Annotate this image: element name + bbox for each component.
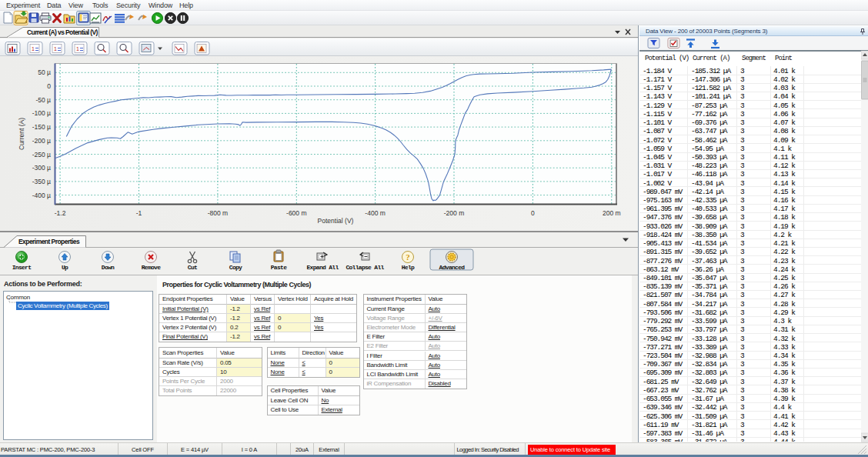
svg-text:200 m: 200 m xyxy=(603,209,621,217)
svg-text:-400 m: -400 m xyxy=(365,209,385,217)
svg-text:-400 µ: -400 µ xyxy=(32,192,51,199)
svg-text:-350 µ: -350 µ xyxy=(32,178,51,185)
svg-text:-250 µ: -250 µ xyxy=(32,151,51,158)
svg-text:-300 µ: -300 µ xyxy=(32,164,51,172)
svg-text:Current (A): Current (A) xyxy=(18,118,25,150)
svg-text:-100 µ: -100 µ xyxy=(32,109,51,117)
svg-text:1: 1 xyxy=(54,46,57,52)
svg-text:-50 µ: -50 µ xyxy=(35,96,51,104)
svg-text:?: ? xyxy=(406,252,410,262)
svg-text:50 µ: 50 µ xyxy=(38,68,51,76)
svg-text:1: 1 xyxy=(32,46,35,52)
svg-text:1: 1 xyxy=(76,46,79,52)
svg-text:-200 m: -200 m xyxy=(444,209,464,217)
svg-text:-800 m: -800 m xyxy=(208,209,228,217)
svg-text:-200 µ: -200 µ xyxy=(32,137,51,145)
svg-text:-150 µ: -150 µ xyxy=(32,123,51,131)
svg-text:Potential (V): Potential (V) xyxy=(318,217,354,225)
svg-text:0: 0 xyxy=(531,209,535,217)
svg-text:-1.2: -1.2 xyxy=(55,209,66,217)
svg-text:-600 m: -600 m xyxy=(286,209,306,217)
svg-text:0: 0 xyxy=(47,82,51,90)
svg-text:-1: -1 xyxy=(136,209,142,217)
